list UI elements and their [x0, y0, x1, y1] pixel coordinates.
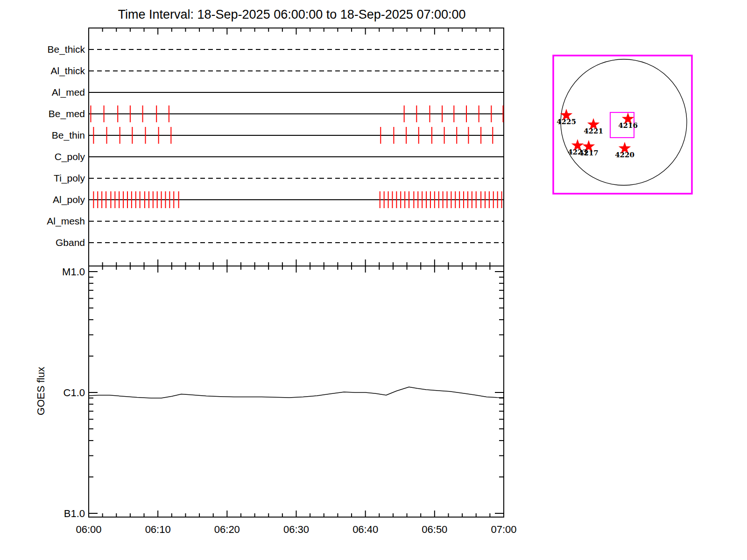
- goes-ylabel: GOES flux: [35, 367, 47, 415]
- active-region-label-4217: 4217: [579, 149, 599, 157]
- observation-plan-figure: Time Interval: 18-Sep-2025 06:00:00 to 1…: [0, 0, 747, 560]
- filter-label-Be_med: Be_med: [49, 108, 85, 119]
- x-tick-label: 06:40: [352, 524, 378, 535]
- goes-panel-axis: [89, 266, 504, 517]
- filter-label-Ti_poly: Ti_poly: [54, 173, 85, 184]
- active-region-label-4225: 4225: [557, 118, 576, 126]
- filter-label-Al_med: Al_med: [52, 87, 85, 98]
- filter-label-Al_poly: Al_poly: [53, 194, 85, 205]
- x-tick-label: 06:50: [422, 524, 447, 535]
- x-tick-label: 06:00: [76, 524, 101, 535]
- filter-label-Al_thick: Al_thick: [50, 65, 85, 77]
- y-tick-label: C1.0: [63, 387, 85, 399]
- filter-label-Al_mesh: Al_mesh: [47, 216, 85, 227]
- filter-label-Gband: Gband: [56, 237, 85, 248]
- active-region-label-4216: 4216: [618, 121, 638, 130]
- x-tick-label: 06:20: [214, 524, 240, 535]
- active-region-label-4221: 4221: [584, 127, 603, 135]
- page-title: Time Interval: 18-Sep-2025 06:00:00 to 1…: [86, 7, 497, 22]
- goes-flux-curve: [89, 387, 504, 398]
- active-region-label-4220: 4220: [615, 151, 634, 159]
- x-tick-label: 06:30: [283, 524, 309, 535]
- filter-label-C_poly: C_poly: [55, 151, 85, 162]
- y-tick-label: M1.0: [62, 266, 85, 278]
- filter-label-Be_thick: Be_thick: [47, 44, 85, 55]
- y-tick-label: B1.0: [64, 508, 85, 519]
- x-tick-label: 07:00: [491, 524, 516, 535]
- plot-graphics: Be_thickAl_thickAl_medBe_medBe_thinC_pol…: [0, 0, 747, 560]
- x-tick-label: 06:10: [145, 524, 171, 535]
- filter-label-Be_thin: Be_thin: [52, 130, 85, 141]
- filter-panel-axis: [89, 28, 504, 266]
